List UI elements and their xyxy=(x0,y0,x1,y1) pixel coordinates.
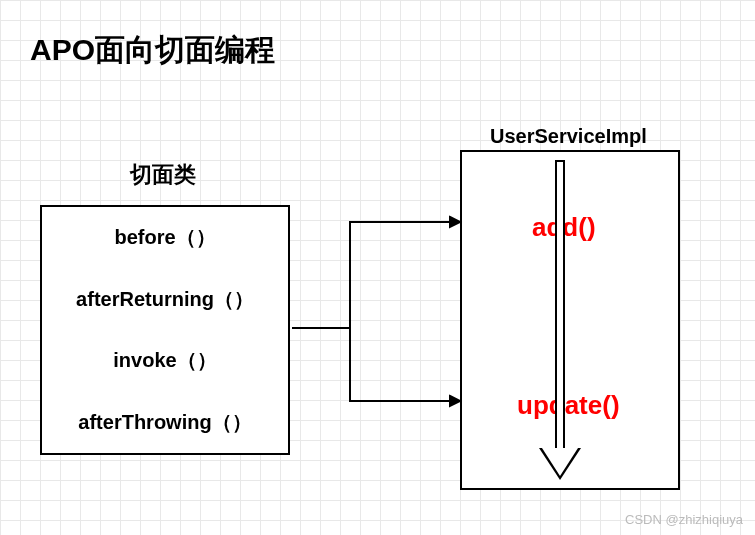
aspect-method-after-throwing: afterThrowing（） xyxy=(78,409,251,436)
service-class-label: UserServiceImpl xyxy=(490,125,647,148)
aspect-class-box: before（） afterReturning（） invoke（） after… xyxy=(40,205,290,455)
down-arrow-icon xyxy=(555,160,565,450)
aspect-method-before: before（） xyxy=(114,224,215,251)
diagram-title: APO面向切面编程 xyxy=(30,30,275,71)
watermark-text: CSDN @zhizhiqiuya xyxy=(625,512,743,527)
service-class-box: add() update() xyxy=(460,150,680,490)
aspect-method-invoke: invoke（） xyxy=(113,347,216,374)
aspect-method-after-returning: afterReturning（） xyxy=(76,286,254,313)
service-method-update: update() xyxy=(517,390,620,421)
aspect-class-label: 切面类 xyxy=(130,160,196,190)
